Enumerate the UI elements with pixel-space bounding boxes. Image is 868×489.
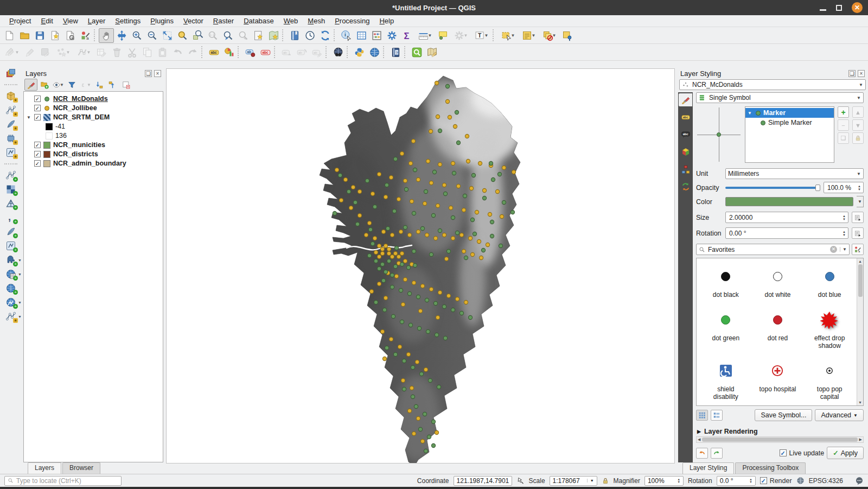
layer-rendering-group[interactable]: ▶ Layer Rendering bbox=[697, 428, 864, 435]
delete-selected-button[interactable] bbox=[109, 45, 124, 60]
pin-unpin-labels-button[interactable] bbox=[242, 45, 258, 60]
open-data-source-manager-button[interactable] bbox=[2, 66, 20, 80]
move-label-button[interactable] bbox=[279, 45, 294, 60]
open-layer-styling-dock-button[interactable] bbox=[24, 79, 37, 91]
copy-features-button[interactable] bbox=[139, 45, 155, 60]
rotation-data-defined-override-button[interactable] bbox=[852, 227, 864, 239]
add-vector-tile-layer-button[interactable]: ★▼ bbox=[2, 309, 20, 323]
select-by-location-button[interactable] bbox=[559, 28, 575, 43]
menu-mesh[interactable]: Mesh bbox=[303, 16, 330, 26]
save-symbol-button[interactable]: Save Symbol... bbox=[755, 409, 812, 421]
color-swatch-button[interactable] bbox=[725, 197, 853, 206]
zoom-next-button[interactable] bbox=[235, 28, 251, 43]
zoom-to-native-resolution-button[interactable] bbox=[205, 28, 220, 43]
menu-project[interactable]: Project bbox=[4, 16, 36, 26]
new-project-button[interactable] bbox=[2, 28, 17, 43]
layer-visibility-checkbox[interactable]: ✓ bbox=[34, 142, 41, 148]
layer-name[interactable]: NCR_Jollibee bbox=[53, 104, 97, 112]
callouts-tab-button[interactable] bbox=[679, 128, 692, 141]
menu-view[interactable]: View bbox=[58, 16, 83, 26]
layers-panel-close-icon[interactable]: × bbox=[154, 70, 161, 77]
menu-settings[interactable]: Settings bbox=[110, 16, 145, 26]
menu-processing[interactable]: Processing bbox=[330, 16, 374, 26]
open-project-button[interactable] bbox=[17, 28, 32, 43]
crs-value[interactable]: EPSG:4326 bbox=[809, 477, 843, 485]
open-attribute-table-button[interactable] bbox=[354, 28, 369, 43]
map-tips-button[interactable] bbox=[435, 28, 450, 43]
cut-features-button[interactable] bbox=[124, 45, 139, 60]
dropdown-arrow-icon[interactable]: ▼ bbox=[15, 50, 20, 55]
symbol-item-dot-green[interactable]: dot green bbox=[700, 313, 752, 350]
dropdown-arrow-icon[interactable]: ▼ bbox=[87, 50, 91, 55]
symbol-item-shield-disability[interactable]: shield disability bbox=[700, 364, 752, 401]
clear-search-icon[interactable]: ✕ bbox=[830, 246, 837, 253]
duplicate-symbol-layer-button[interactable]: ❏ bbox=[838, 132, 849, 144]
horizontal-scrollbar[interactable]: ◀▶ bbox=[696, 436, 864, 443]
layer-item-NCR_admin_boundary[interactable]: ✓NCR_admin_boundary bbox=[24, 159, 163, 168]
labels-tab-button[interactable] bbox=[679, 111, 692, 124]
color-dropdown-button[interactable]: ▼ bbox=[857, 196, 864, 207]
symbol-layer-marker[interactable]: ▼Marker bbox=[745, 108, 834, 118]
quickmapservices-button[interactable] bbox=[367, 45, 382, 60]
measure-line-button[interactable]: ▼ bbox=[414, 28, 435, 43]
expander-icon[interactable]: ▼ bbox=[26, 115, 31, 120]
coordinate-input[interactable]: 121.1987,14.7901 bbox=[454, 476, 512, 486]
tab-layers[interactable]: Layers bbox=[28, 462, 61, 474]
diagrams-tab-button[interactable] bbox=[679, 163, 692, 176]
menu-plugins[interactable]: Plugins bbox=[145, 16, 178, 26]
menu-help[interactable]: Help bbox=[374, 16, 399, 26]
add-wms-wmts-layer-button[interactable]: +▼ bbox=[2, 267, 20, 281]
dropdown-arrow-icon[interactable]: ▼ bbox=[511, 33, 515, 38]
new-virtual-layer-button[interactable]: ★ bbox=[2, 145, 20, 160]
new-print-layout-button[interactable] bbox=[47, 28, 62, 43]
redo-style-button[interactable] bbox=[711, 448, 723, 459]
symbol-item-effect-drop-shadow[interactable]: effect drop shadow bbox=[803, 313, 856, 350]
quick-osm-button[interactable] bbox=[424, 45, 439, 60]
lock-colors-button[interactable] bbox=[852, 132, 864, 144]
opacity-spinbox[interactable]: 100.0 % ▲▼ bbox=[824, 182, 864, 193]
symbol-layer-simple-marker[interactable]: Simple Marker bbox=[745, 118, 834, 128]
symbology-tab-button[interactable] bbox=[679, 93, 692, 106]
remove-layer-group-button[interactable] bbox=[119, 79, 132, 91]
dropdown-arrow-icon[interactable]: ▼ bbox=[464, 33, 468, 38]
remove-symbol-layer-button[interactable]: − bbox=[838, 119, 849, 131]
statistical-summary-button[interactable] bbox=[399, 28, 414, 43]
layer-visibility-checkbox[interactable]: ✓ bbox=[34, 151, 41, 157]
new-temporary-scratch-layer-button[interactable]: ★ bbox=[2, 131, 20, 145]
refresh-map-button[interactable] bbox=[317, 28, 333, 43]
add-symbol-layer-button[interactable]: + bbox=[838, 106, 849, 118]
symbol-item-topo-pop-capital[interactable]: topo pop capital bbox=[803, 364, 856, 401]
undo-button[interactable] bbox=[170, 45, 185, 60]
undo-style-button[interactable] bbox=[696, 448, 708, 459]
tab-processing-toolbox[interactable]: Processing Toolbox bbox=[735, 462, 806, 474]
menu-database[interactable]: Database bbox=[239, 16, 279, 26]
size-data-defined-override-button[interactable] bbox=[852, 212, 864, 223]
crs-globe-icon[interactable] bbox=[796, 477, 805, 485]
show-bookmark-manager-button[interactable] bbox=[287, 28, 302, 43]
opacity-slider[interactable] bbox=[725, 184, 820, 192]
layer-visibility-checkbox[interactable]: ✓ bbox=[34, 96, 41, 102]
minimize-button[interactable] bbox=[820, 9, 826, 11]
spin-arrows-icon[interactable]: ▲▼ bbox=[841, 230, 847, 237]
zoom-to-selection-button[interactable] bbox=[175, 28, 190, 43]
symbol-search-box[interactable]: Favorites ✕ ▼ bbox=[696, 244, 850, 255]
layer-item-NCR_Jollibee[interactable]: ✓NCR_Jollibee bbox=[24, 104, 163, 112]
add-delimited-text-layer-button[interactable]: + bbox=[2, 211, 20, 225]
unit-selector[interactable]: Millimeters ▼ bbox=[725, 168, 864, 179]
show-spatial-bookmarks-button[interactable] bbox=[266, 28, 281, 43]
modify-attributes-button[interactable] bbox=[94, 45, 109, 60]
new-spatialite-layer-button[interactable]: ★ bbox=[2, 117, 20, 131]
manage-map-themes-button[interactable]: ▼ bbox=[52, 79, 65, 91]
layer-visibility-checkbox[interactable]: ✓ bbox=[34, 105, 41, 111]
symbol-item-dot-black[interactable]: dot black bbox=[700, 269, 752, 299]
search-filter-dropdown[interactable]: ▼ bbox=[840, 247, 847, 252]
add-wfs-layer-button[interactable]: +▼ bbox=[2, 295, 20, 309]
list-view-button[interactable] bbox=[711, 410, 723, 421]
zoom-last-button[interactable] bbox=[220, 28, 235, 43]
zoom-out-button[interactable] bbox=[144, 28, 159, 43]
renderer-selector[interactable]: Single Symbol ▼ bbox=[696, 92, 864, 103]
symbol-item-dot-red[interactable]: dot red bbox=[752, 313, 804, 350]
layer-name[interactable]: NCR_admin_boundary bbox=[53, 160, 126, 167]
dropdown-arrow-icon[interactable]: ▼ bbox=[66, 50, 71, 55]
styling-panel-close-icon[interactable]: × bbox=[858, 70, 865, 77]
